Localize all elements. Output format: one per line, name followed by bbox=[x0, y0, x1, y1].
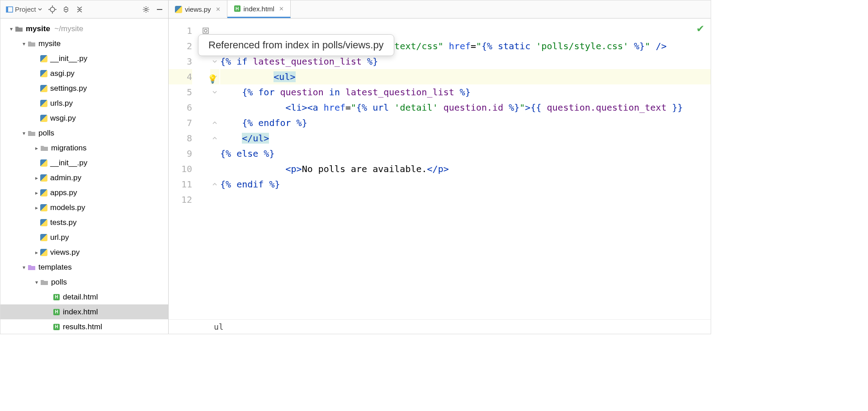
tree-item-asgi-py[interactable]: asgi.py bbox=[0, 66, 168, 81]
tree-item-mysite[interactable]: ▾mysite ~/mysite bbox=[0, 21, 168, 36]
tree-item-admin-py[interactable]: ▸admin.py bbox=[0, 170, 168, 185]
tree-item-path: ~/mysite bbox=[50, 24, 83, 33]
tree-item-label: settings.py bbox=[50, 84, 87, 93]
py-file-icon bbox=[40, 159, 47, 167]
tree-item-polls[interactable]: ▾polls bbox=[0, 126, 168, 140]
tree-item-migrations[interactable]: ▸migrations bbox=[0, 140, 168, 155]
find-usages-icon[interactable] bbox=[202, 27, 209, 34]
chevron-right-icon[interactable]: ▸ bbox=[33, 174, 40, 182]
close-icon[interactable]: ✕ bbox=[279, 5, 284, 12]
folder-icon bbox=[40, 278, 48, 286]
fold-close-icon[interactable] bbox=[212, 121, 217, 125]
tree-item-__init__-py[interactable]: __init__.py bbox=[0, 51, 168, 66]
tab-index-html[interactable]: index.html✕ bbox=[227, 0, 291, 18]
project-dropdown[interactable]: Project bbox=[4, 5, 44, 14]
py-file-icon bbox=[40, 174, 47, 182]
tree-item-__init__-py[interactable]: __init__.py bbox=[0, 155, 168, 170]
tree-item-label: mysite bbox=[38, 39, 61, 48]
tree-item-wsgi-py[interactable]: wsgi.py bbox=[0, 111, 168, 126]
fold-open-icon[interactable] bbox=[212, 59, 217, 64]
py-file-icon bbox=[40, 249, 47, 256]
py-file-icon bbox=[40, 55, 47, 62]
tree-item-url-py[interactable]: url.py bbox=[0, 230, 168, 245]
tab-label: index.html bbox=[244, 5, 274, 13]
tree-item-label: asgi.py bbox=[50, 69, 75, 78]
code-editor: ✔ Referenced from index in polls/views.p… bbox=[169, 19, 711, 334]
html-file-icon bbox=[234, 5, 241, 12]
chevron-right-icon[interactable]: ▸ bbox=[33, 189, 40, 196]
chevron-down-icon[interactable]: ▾ bbox=[20, 264, 28, 271]
tree-item-label: results.html bbox=[63, 322, 102, 332]
tree-item-label: __init__.py bbox=[50, 54, 87, 63]
project-tree[interactable]: ▾mysite ~/mysite▾mysite__init__.pyasgi.p… bbox=[0, 19, 169, 334]
tree-item-label: index.html bbox=[63, 308, 98, 317]
tree-item-label: views.py bbox=[50, 248, 80, 257]
project-panel-toolbar: Project bbox=[0, 0, 169, 18]
tab-views-py[interactable]: views.py✕ bbox=[169, 0, 227, 18]
tree-item-index-html[interactable]: index.html bbox=[0, 304, 168, 319]
py-file-icon bbox=[40, 204, 47, 211]
tree-item-tests-py[interactable]: tests.py bbox=[0, 215, 168, 230]
fold-close-icon[interactable] bbox=[212, 136, 217, 140]
chevron-down-icon[interactable]: ▾ bbox=[20, 130, 28, 137]
tree-item-label: tests.py bbox=[50, 218, 77, 227]
tree-item-detail-html[interactable]: detail.html bbox=[0, 290, 168, 304]
fold-close-icon[interactable] bbox=[212, 182, 217, 187]
py-file-icon bbox=[40, 70, 47, 77]
tree-item-views-py[interactable]: ▸views.py bbox=[0, 245, 168, 260]
code-line[interactable]: {% for question in latest_question_list … bbox=[220, 84, 711, 100]
folder-icon bbox=[15, 25, 23, 33]
code-line[interactable] bbox=[220, 192, 711, 207]
tree-item-apps-py[interactable]: ▸apps.py bbox=[0, 185, 168, 200]
collapse-all-icon[interactable] bbox=[75, 5, 85, 14]
chevron-down-icon[interactable]: ▾ bbox=[33, 279, 40, 286]
close-icon[interactable]: ✕ bbox=[216, 6, 221, 13]
fold-open-icon[interactable] bbox=[212, 90, 217, 94]
tree-item-mysite[interactable]: ▾mysite bbox=[0, 36, 168, 51]
chevron-down-icon[interactable]: ▾ bbox=[20, 40, 28, 47]
folder-icon bbox=[28, 40, 36, 48]
svg-point-10 bbox=[204, 29, 207, 32]
code-area[interactable]: 123456789101112 <link rel="stylesheet" t… bbox=[169, 19, 711, 319]
svg-rect-1 bbox=[6, 7, 8, 12]
project-label: Project bbox=[15, 5, 36, 13]
tree-item-settings-py[interactable]: settings.py bbox=[0, 81, 168, 96]
tree-item-label: apps.py bbox=[50, 188, 77, 197]
chevron-right-icon[interactable]: ▸ bbox=[33, 145, 40, 152]
tree-item-urls-py[interactable]: urls.py bbox=[0, 96, 168, 111]
code-line[interactable]: {% endfor %} bbox=[220, 115, 711, 131]
code-line[interactable]: </ul> bbox=[220, 131, 711, 146]
fold-gutter[interactable] bbox=[210, 19, 219, 319]
code-line[interactable]: {% if latest_question_list %} bbox=[220, 54, 711, 69]
tree-item-label: polls bbox=[51, 278, 67, 287]
tree-item-models-py[interactable]: ▸models.py bbox=[0, 200, 168, 215]
editor-tabs: views.py✕index.html✕ bbox=[169, 0, 291, 18]
tree-item-polls[interactable]: ▾polls bbox=[0, 275, 168, 290]
minimize-icon[interactable] bbox=[155, 5, 165, 14]
expand-all-icon[interactable] bbox=[61, 5, 71, 14]
code-line[interactable]: 💡 <ul> bbox=[220, 69, 711, 84]
structure-breadcrumb[interactable]: ul bbox=[169, 319, 711, 334]
chevron-down-icon[interactable]: ▾ bbox=[8, 25, 15, 33]
code-line[interactable]: <p>No polls are available.</p> bbox=[220, 161, 711, 177]
folder-icon bbox=[40, 144, 48, 152]
py-file-icon bbox=[40, 100, 47, 107]
line-number-gutter: 123456789101112 bbox=[169, 19, 201, 319]
tree-item-results-html[interactable]: results.html bbox=[0, 319, 168, 334]
folder-icon bbox=[28, 263, 36, 271]
chevron-right-icon[interactable]: ▸ bbox=[33, 249, 40, 256]
code-line[interactable]: {% else %} bbox=[220, 146, 711, 161]
code-line[interactable]: <li><a href="{% url 'detail' question.id… bbox=[220, 100, 711, 115]
code-line[interactable]: {% endif %} bbox=[220, 177, 711, 192]
gear-icon[interactable] bbox=[141, 5, 151, 14]
py-file-icon bbox=[40, 85, 47, 92]
chevron-right-icon[interactable]: ▸ bbox=[33, 204, 40, 211]
py-file-icon bbox=[40, 189, 47, 196]
locate-icon[interactable] bbox=[47, 5, 57, 14]
code-content[interactable]: <link rel="stylesheet" type="text/css" h… bbox=[219, 19, 711, 319]
tree-item-label: mysite bbox=[26, 24, 50, 33]
tree-item-templates[interactable]: ▾templates bbox=[0, 260, 168, 275]
top-bar: Project views.py✕index.html✕ bbox=[0, 0, 711, 19]
tree-item-label: admin.py bbox=[50, 173, 81, 182]
intention-bulb-icon[interactable]: 💡 bbox=[208, 74, 217, 84]
